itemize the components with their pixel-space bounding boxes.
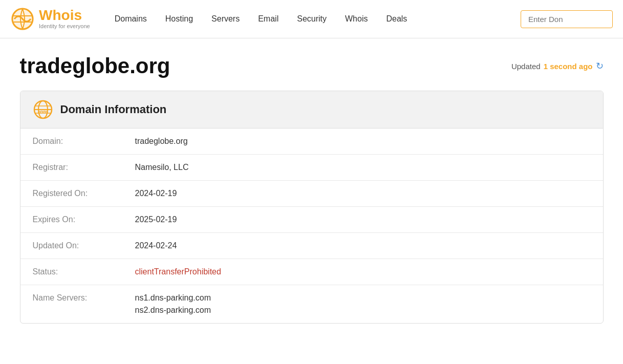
logo-icon [10,7,35,31]
label-name-servers: Name Servers: [20,285,123,324]
nav-item-hosting[interactable]: Hosting [156,10,202,28]
label-domain: Domain: [20,129,123,155]
table-row: Registrar: Namesilo, LLC [20,155,603,181]
domain-info-table: Domain: tradeglobe.org Registrar: Namesi… [20,129,603,323]
logo-whois-text: Whois [39,8,90,23]
refresh-icon[interactable]: ↻ [596,60,604,72]
main-content: tradeglobe.org Updated 1 second ago ↻ ww… [10,38,614,339]
nav-item-email[interactable]: Email [249,10,288,28]
search-input[interactable] [521,10,613,28]
logo-tagline-text: Identity for everyone [39,23,90,30]
nav-item-security[interactable]: Security [288,10,336,28]
status-link[interactable]: clientTransferProhibited [135,267,221,276]
label-registered-on: Registered On: [20,181,123,207]
value-status: clientTransferProhibited [123,259,603,285]
value-expires-on: 2025-02-19 [123,207,603,233]
value-registrar: Namesilo, LLC [123,155,603,181]
www-icon: www [33,99,53,120]
card-title: Domain Information [60,103,167,116]
label-registrar: Registrar: [20,155,123,181]
updated-time: 1 second ago [544,62,593,71]
nav-item-whois[interactable]: Whois [336,10,377,28]
nav-item-domains[interactable]: Domains [105,10,156,28]
nameserver-1: ns1.dns-parking.com [135,293,591,303]
updated-prefix: Updated [511,62,541,71]
svg-text:www: www [37,109,48,114]
value-registered-on: 2024-02-19 [123,181,603,207]
table-row: Status: clientTransferProhibited [20,259,603,285]
label-expires-on: Expires On: [20,207,123,233]
value-name-servers: ns1.dns-parking.com ns2.dns-parking.com [123,285,603,324]
table-row: Expires On: 2025-02-19 [20,207,603,233]
card-header: www Domain Information [20,91,603,129]
updated-timestamp: Updated 1 second ago ↻ [511,60,604,72]
nameserver-list: ns1.dns-parking.com ns2.dns-parking.com [135,293,591,315]
header: Whois Identity for everyone Domains Host… [0,0,623,38]
domain-title-row: tradeglobe.org Updated 1 second ago ↻ [20,54,604,78]
table-row: Registered On: 2024-02-19 [20,181,603,207]
table-row: Updated On: 2024-02-24 [20,233,603,259]
nav-item-servers[interactable]: Servers [202,10,249,28]
label-updated-on: Updated On: [20,233,123,259]
label-status: Status: [20,259,123,285]
nav-item-deals[interactable]: Deals [377,10,416,28]
logo[interactable]: Whois Identity for everyone [10,7,90,31]
nameserver-2: ns2.dns-parking.com [135,306,591,315]
table-row: Domain: tradeglobe.org [20,129,603,155]
value-domain: tradeglobe.org [123,129,603,155]
domain-info-card: www Domain Information Domain: tradeglob… [20,91,604,324]
table-row: Name Servers: ns1.dns-parking.com ns2.dn… [20,285,603,324]
nav: Domains Hosting Servers Email Security W… [105,10,521,28]
domain-title: tradeglobe.org [20,54,170,78]
value-updated-on: 2024-02-24 [123,233,603,259]
